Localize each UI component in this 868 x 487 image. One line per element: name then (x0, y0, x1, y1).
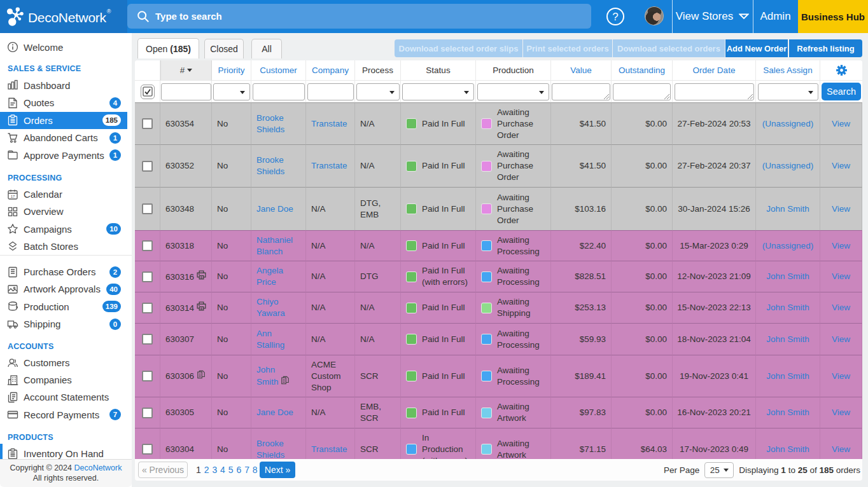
svg-text:17: 17 (11, 195, 15, 198)
svg-text:?: ? (612, 11, 618, 23)
